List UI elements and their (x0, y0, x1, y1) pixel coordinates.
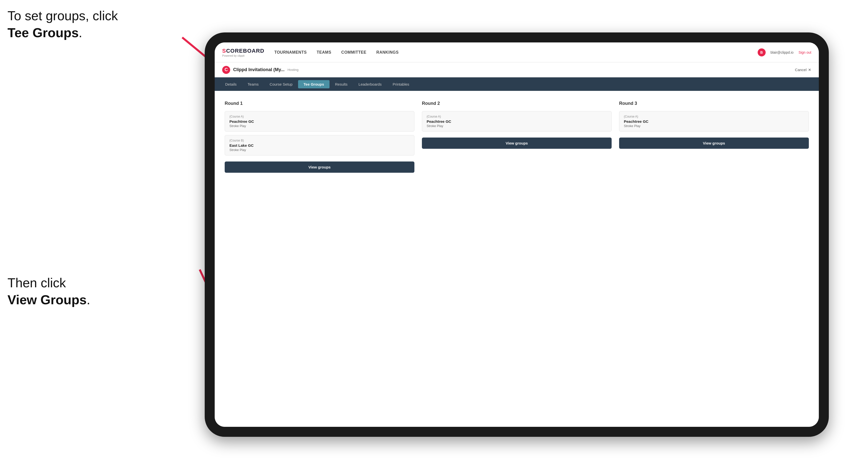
round-1-course-b-format: Stroke Play (229, 148, 410, 152)
instruction-top-line2: Tee Groups. (7, 25, 118, 41)
tab-results[interactable]: Results (330, 80, 353, 88)
round-3-course-a-format: Stroke Play (624, 124, 804, 128)
instruction-bottom: Then click View Groups. (7, 275, 90, 308)
tab-leaderboards[interactable]: Leaderboards (353, 80, 387, 88)
tablet: SCOREBOARD Powered by clippit TOURNAMENT… (205, 32, 829, 437)
round-3-view-groups-button[interactable]: View groups (619, 137, 809, 149)
tab-bar: Details Teams Course Setup Tee Groups Re… (215, 77, 819, 91)
rounds-container: Round 1 (Course A) Peachtree GC Stroke P… (225, 101, 809, 173)
instruction-view-groups: View Groups (7, 292, 87, 307)
round-1-course-b: (Course B) East Lake GC Stroke Play (225, 135, 414, 156)
round-1-course-a-name: Peachtree GC (229, 119, 410, 124)
round-2-title: Round 2 (422, 101, 612, 106)
logo-area: SCOREBOARD Powered by clippit (222, 48, 265, 57)
round-3-course-a-label: (Course A) (624, 115, 804, 118)
tournament-logo: C (222, 66, 230, 74)
round-1-view-groups-button[interactable]: View groups (225, 161, 414, 173)
nav-rankings[interactable]: RANKINGS (376, 50, 399, 55)
tab-details[interactable]: Details (220, 80, 242, 88)
nav-tournaments[interactable]: TOURNAMENTS (274, 50, 307, 55)
instruction-bottom-line1: Then click (7, 275, 90, 291)
logo-text: SCOREBOARD (222, 48, 265, 54)
user-avatar: B (758, 49, 766, 56)
tablet-screen: SCOREBOARD Powered by clippit TOURNAMENT… (215, 42, 819, 427)
nav-right: B blair@clippd.io Sign out (758, 49, 811, 56)
round-2-column: Round 2 (Course A) Peachtree GC Stroke P… (422, 101, 612, 173)
nav-committee[interactable]: COMMITTEE (341, 50, 367, 55)
round-3-course-a: (Course A) Peachtree GC Stroke Play (619, 111, 809, 131)
round-2-course-a-label: (Course A) (427, 115, 607, 118)
cancel-button[interactable]: Cancel ✕ (795, 68, 811, 72)
hosting-badge: Hosting (287, 68, 299, 72)
tab-tee-groups[interactable]: Tee Groups (298, 80, 330, 88)
round-3-title: Round 3 (619, 101, 809, 106)
round-1-course-b-label: (Course B) (229, 139, 410, 142)
tab-course-setup[interactable]: Course Setup (264, 80, 298, 88)
tournament-title-area: C Clippd Invitational (My... Hosting (222, 66, 299, 74)
round-1-title: Round 1 (225, 101, 414, 106)
tab-teams[interactable]: Teams (242, 80, 264, 88)
nav-teams[interactable]: TEAMS (317, 50, 332, 55)
tournament-name: Clippd Invitational (My... (233, 67, 285, 72)
round-2-view-groups-button[interactable]: View groups (422, 137, 612, 149)
round-3-course-a-name: Peachtree GC (624, 119, 804, 124)
sign-out-link[interactable]: Sign out (799, 51, 811, 54)
round-1-course-a-format: Stroke Play (229, 124, 410, 128)
round-2-course-a-format: Stroke Play (427, 124, 607, 128)
round-1-column: Round 1 (Course A) Peachtree GC Stroke P… (225, 101, 414, 173)
round-3-column: Round 3 (Course A) Peachtree GC Stroke P… (619, 101, 809, 173)
user-email: blair@clippd.io (771, 51, 794, 54)
instruction-tee-groups: Tee Groups (7, 26, 79, 40)
round-1-course-b-name: East Lake GC (229, 143, 410, 148)
tournament-header: C Clippd Invitational (My... Hosting Can… (215, 62, 819, 77)
instruction-top-line1: To set groups, click (7, 7, 118, 25)
instruction-bottom-line2: View Groups. (7, 291, 90, 309)
instruction-top: To set groups, click Tee Groups. (7, 7, 118, 41)
round-1-course-a: (Course A) Peachtree GC Stroke Play (225, 111, 414, 131)
nav-links: TOURNAMENTS TEAMS COMMITTEE RANKINGS (274, 50, 758, 55)
logo-sub: Powered by clippit (222, 54, 265, 57)
tab-printables[interactable]: Printables (387, 80, 415, 88)
round-1-course-a-label: (Course A) (229, 115, 410, 118)
round-2-course-a-name: Peachtree GC (427, 119, 607, 124)
logo-c-letter: S (222, 48, 226, 54)
round-2-course-a: (Course A) Peachtree GC Stroke Play (422, 111, 612, 131)
top-nav: SCOREBOARD Powered by clippit TOURNAMENT… (215, 42, 819, 62)
main-content: Round 1 (Course A) Peachtree GC Stroke P… (215, 91, 819, 427)
